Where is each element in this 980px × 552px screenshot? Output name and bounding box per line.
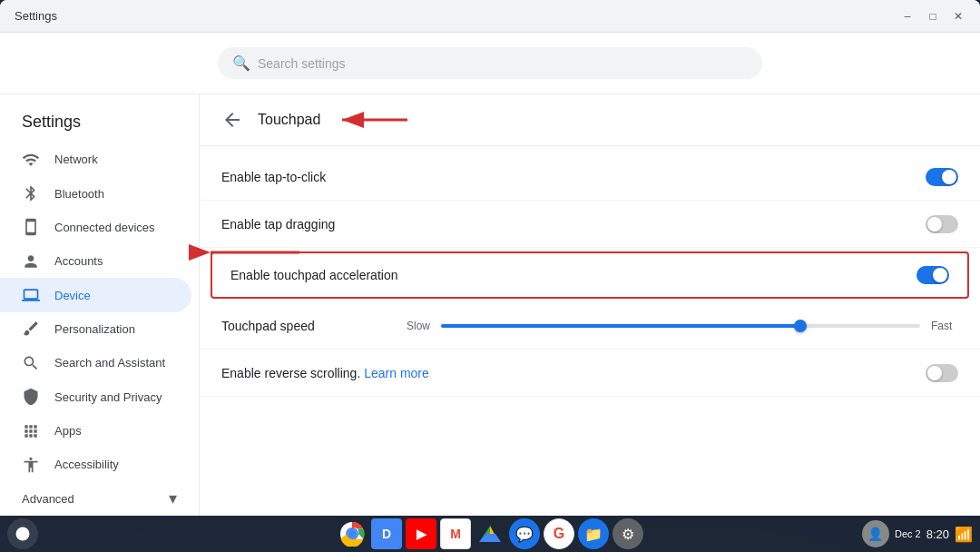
maximize-button[interactable]: □ (926, 9, 940, 24)
panel-header: Touchpad (200, 94, 980, 146)
svg-marker-14 (479, 534, 501, 542)
search-nav-icon (22, 354, 40, 372)
title-bar: Settings – □ ✕ (0, 0, 980, 33)
touchpad-acceleration-label: Enable touchpad acceleration (230, 268, 916, 282)
accounts-label: Accounts (54, 254, 103, 268)
window-title: Settings (15, 9, 57, 23)
right-panel: Touchpad Enable tap-to-click (200, 94, 980, 516)
minimize-button[interactable]: – (900, 9, 915, 24)
tap-dragging-row: Enable tap dragging (200, 201, 980, 248)
taskbar: D ▶ M 💬 G 📁 ⚙ 👤 D (0, 516, 980, 552)
apps-icon (22, 422, 40, 440)
messages-icon[interactable]: 💬 (509, 518, 540, 549)
taskbar-time: 8:20 (926, 527, 949, 541)
search-box[interactable]: 🔍 (218, 47, 762, 79)
panel-title: Touchpad (258, 112, 320, 128)
search-header: 🔍 (0, 33, 980, 94)
sidebar-item-accessibility[interactable]: Accessibility (0, 448, 191, 481)
tap-to-click-label: Enable tap-to-click (221, 170, 926, 184)
search-icon: 🔍 (232, 54, 250, 72)
tap-dragging-label: Enable tap dragging (221, 217, 926, 232)
bluetooth-icon (22, 184, 40, 202)
taskbar-right: 👤 Dec 2 8:20 📶 (862, 520, 973, 547)
launcher-button[interactable] (7, 518, 38, 549)
chrome-icon[interactable] (337, 518, 368, 549)
settings-taskbar-icon[interactable]: ⚙ (612, 518, 643, 549)
reverse-scrolling-label: Enable reverse scrolling. Learn more (221, 366, 926, 380)
sidebar-item-personalization[interactable]: Personalization (0, 312, 191, 346)
close-button[interactable]: ✕ (951, 9, 965, 24)
search-assistant-label: Search and Assistant (54, 356, 165, 370)
settings-content: Enable tap-to-click Enable tap dragging (200, 146, 980, 404)
personalization-label: Personalization (54, 322, 135, 336)
google-icon[interactable]: G (544, 518, 574, 549)
accessibility-icon (22, 456, 40, 474)
settings-window: Settings – □ ✕ 🔍 Settings Network (0, 0, 980, 516)
files-icon[interactable]: 📁 (578, 518, 609, 549)
speed-fast-label: Fast (931, 320, 958, 332)
sidebar-item-accounts[interactable]: Accounts (0, 244, 191, 278)
touchpad-acceleration-row: Enable touchpad acceleration (211, 251, 969, 299)
advanced-section[interactable]: Advanced ▾ (0, 482, 199, 516)
back-button[interactable] (221, 109, 243, 131)
taskbar-left (7, 518, 38, 549)
taskbar-date: Dec 2 (895, 528, 921, 539)
shield-icon (22, 388, 40, 406)
user-avatar[interactable]: 👤 (862, 520, 889, 547)
apps-label: Apps (54, 424, 82, 438)
reverse-scrolling-toggle[interactable] (926, 364, 958, 382)
slider-fill (441, 324, 800, 328)
slider-thumb[interactable] (794, 320, 807, 332)
title-arrow-annotation (335, 109, 407, 131)
sidebar-item-search-assistant[interactable]: Search and Assistant (0, 346, 191, 380)
youtube-icon[interactable]: ▶ (406, 518, 436, 549)
laptop-icon (22, 286, 40, 304)
wifi-icon (22, 151, 40, 169)
person-icon (22, 252, 40, 271)
title-bar-left: Settings (15, 9, 57, 23)
settings-body: Settings Network Bluetooth (0, 94, 980, 516)
devices-icon (22, 218, 40, 236)
speed-slider[interactable] (441, 324, 920, 328)
bluetooth-label: Bluetooth (54, 187, 104, 201)
touchpad-speed-label: Touchpad speed (221, 319, 403, 333)
touchpad-speed-row: Touchpad speed Slow Fast (200, 302, 980, 350)
accessibility-label: Accessibility (54, 458, 119, 471)
advanced-label: Advanced (22, 492, 162, 506)
sidebar-item-device[interactable]: Device (0, 278, 191, 311)
sidebar-item-bluetooth[interactable]: Bluetooth (0, 176, 191, 210)
reverse-scrolling-row: Enable reverse scrolling. Learn more (200, 350, 980, 397)
svg-point-7 (348, 529, 357, 538)
search-input[interactable] (258, 56, 748, 71)
tap-to-click-toggle[interactable] (926, 168, 958, 186)
chevron-down-icon: ▾ (169, 488, 177, 508)
tap-dragging-toggle[interactable] (926, 215, 958, 233)
window-controls: – □ ✕ (900, 9, 965, 24)
tap-to-click-row: Enable tap-to-click (200, 153, 980, 201)
sidebar-item-connected-devices[interactable]: Connected devices (0, 211, 191, 244)
sidebar: Settings Network Bluetooth (0, 94, 200, 516)
sidebar-item-network[interactable]: Network (0, 143, 191, 176)
settings-title: Settings (0, 94, 199, 143)
security-privacy-label: Security and Privacy (54, 390, 162, 404)
speed-slow-label: Slow (403, 320, 430, 332)
device-label: Device (54, 289, 91, 302)
network-status-icon: 📶 (955, 526, 973, 543)
svg-point-4 (16, 527, 30, 541)
brush-icon (22, 320, 40, 338)
touchpad-acceleration-toggle[interactable] (916, 266, 949, 284)
connected-devices-label: Connected devices (54, 221, 155, 234)
gmail-icon[interactable]: M (440, 518, 471, 549)
sidebar-item-apps[interactable]: Apps (0, 414, 191, 448)
network-label: Network (54, 153, 98, 166)
sidebar-item-security-privacy[interactable]: Security and Privacy (0, 380, 191, 414)
learn-more-link[interactable]: Learn more (364, 366, 429, 380)
speed-control: Slow Fast (403, 320, 958, 332)
docs-icon[interactable]: D (371, 518, 402, 549)
drive-icon[interactable] (475, 518, 505, 549)
